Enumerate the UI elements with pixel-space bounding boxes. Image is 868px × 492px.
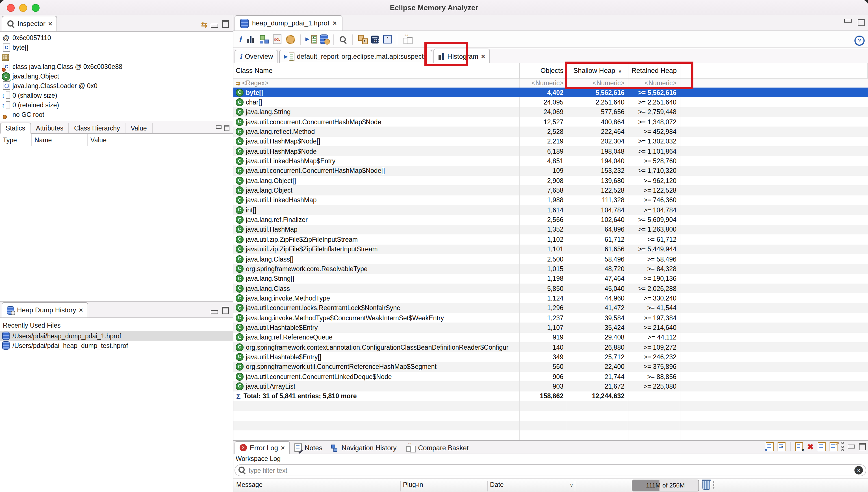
- column-date[interactable]: Date: [490, 481, 504, 488]
- close-icon[interactable]: [281, 444, 285, 451]
- histogram-row[interactable]: java.lang.reflect.Method2,528222,464>= 4…: [233, 127, 868, 137]
- dominator-tree-icon[interactable]: [260, 35, 269, 44]
- clear-filter-icon[interactable]: [854, 466, 863, 474]
- histogram-row[interactable]: java.lang.Class[]2,50058,496>= 58,496: [233, 254, 868, 264]
- inspector-item[interactable]: java.lang.Object: [0, 71, 233, 81]
- histogram-row[interactable]: java.util.zip.ZipFile$ZipFileInputStream…: [233, 235, 868, 244]
- open-log-icon[interactable]: [818, 442, 826, 451]
- run-garbage-collector-icon[interactable]: [702, 481, 710, 490]
- histogram-row[interactable]: org.springframework.context.annotation.C…: [233, 342, 868, 352]
- histogram-row[interactable]: java.util.zip.ZipFile$ZipFileInflaterInp…: [233, 244, 868, 254]
- heap-status-widget[interactable]: 111M of 256M: [632, 479, 699, 491]
- histogram-row[interactable]: java.util.HashMap1,35264,896>= 1,263,800: [233, 225, 868, 235]
- tab-attributes[interactable]: Attributes: [31, 123, 69, 133]
- tab-navigation-history[interactable]: Navigation History: [327, 442, 401, 453]
- column-type[interactable]: Type: [0, 134, 32, 146]
- minimize-icon[interactable]: [844, 19, 852, 23]
- help-button[interactable]: [854, 34, 865, 46]
- run-expert-report-icon[interactable]: [306, 35, 316, 44]
- export-log-icon[interactable]: [829, 442, 838, 451]
- tab-default-report[interactable]: default_report org.eclipse.mat.api:suspe…: [279, 50, 432, 63]
- histogram-row[interactable]: java.util.ArrayList90321,672>= 225,080: [233, 382, 868, 391]
- acquire-heap-dump-icon[interactable]: [320, 34, 329, 44]
- close-icon[interactable]: [333, 19, 337, 27]
- tab-compare-basket[interactable]: Compare Basket: [401, 442, 473, 453]
- maximize-icon[interactable]: [222, 307, 229, 314]
- tab-histogram[interactable]: Histogram: [433, 49, 490, 64]
- histogram-row[interactable]: java.lang.invoke.MethodType1,12444,960>=…: [233, 293, 868, 303]
- column-objects[interactable]: Objects: [520, 63, 568, 78]
- recent-file-item[interactable]: /Users/pdai/pdai_heap_dump_test.hprof: [0, 341, 233, 350]
- histogram-row[interactable]: java.util.LinkedHashMap$Entry4,851194,04…: [233, 156, 868, 166]
- column-retained-heap[interactable]: Retained Heap: [628, 63, 680, 78]
- calculate-retained-size-icon[interactable]: [371, 35, 379, 43]
- histogram-row[interactable]: org.springframework.util.ConcurrentRefer…: [233, 362, 868, 372]
- column-plugin[interactable]: Plug-in: [403, 481, 423, 488]
- oql-icon[interactable]: [273, 34, 282, 44]
- view-menu-icon[interactable]: [841, 442, 844, 451]
- inspector-item[interactable]: 0 (shallow size): [0, 91, 233, 100]
- close-icon[interactable]: [48, 20, 52, 28]
- tab-class-hierarchy[interactable]: Class Hierarchy: [69, 123, 125, 133]
- histogram-row[interactable]: java.util.Hashtable$Entry[]34925,712>= 2…: [233, 352, 868, 362]
- link-with-editor-icon[interactable]: [201, 20, 208, 29]
- histogram-row[interactable]: java.util.concurrent.ConcurrentHashMap$N…: [233, 117, 868, 127]
- column-name[interactable]: Name: [32, 134, 88, 146]
- tab-overview[interactable]: Overview: [235, 50, 278, 63]
- inspector-item[interactable]: 0x6c0057110: [0, 33, 233, 43]
- column-shallow-heap[interactable]: Shallow Heap: [568, 63, 628, 78]
- histogram-row[interactable]: int[]1,614104,784>= 104,784: [233, 205, 868, 215]
- minimize-icon[interactable]: [211, 310, 218, 314]
- histogram-row[interactable]: java.lang.ref.Finalizer2,566102,640>= 5,…: [233, 215, 868, 225]
- inspector-item[interactable]: java.lang.ClassLoader @ 0x0: [0, 81, 233, 91]
- column-value[interactable]: Value: [88, 134, 233, 146]
- inspector-item[interactable]: byte[]: [0, 43, 233, 52]
- group-by-package-icon[interactable]: [358, 35, 367, 44]
- heap-dump-history-view-tab[interactable]: Heap Dump History: [2, 302, 88, 317]
- clear-log-icon[interactable]: [795, 442, 803, 451]
- histogram-icon[interactable]: [246, 35, 255, 43]
- tab-statics[interactable]: Statics: [0, 123, 31, 134]
- histogram-row[interactable]: java.util.concurrent.ConcurrentLinkedDeq…: [233, 372, 868, 382]
- import-log-icon[interactable]: [766, 442, 774, 451]
- minimize-icon[interactable]: [848, 445, 855, 448]
- tab-error-log[interactable]: Error Log: [235, 441, 290, 454]
- histogram-row[interactable]: java.lang.Class5,85045,040>= 2,026,288: [233, 284, 868, 293]
- filter-input[interactable]: [235, 464, 866, 476]
- delete-log-icon[interactable]: [807, 442, 814, 451]
- histogram-row[interactable]: java.util.concurrent.locks.ReentrantLock…: [233, 303, 868, 313]
- histogram-row[interactable]: java.lang.Object7,658122,528>= 122,528: [233, 186, 868, 195]
- histogram-row[interactable]: java.lang.invoke.MethodType$ConcurrentWe…: [233, 313, 868, 323]
- overview-info-icon[interactable]: [239, 35, 242, 44]
- column-message[interactable]: Message: [236, 481, 263, 488]
- histogram-row[interactable]: java.util.LinkedHashMap1,988111,328>= 74…: [233, 195, 868, 205]
- tab-value[interactable]: Value: [126, 123, 152, 133]
- histogram-row[interactable]: java.util.HashMap$Node[]2,219202,304>= 1…: [233, 137, 868, 146]
- histogram-row[interactable]: java.lang.ref.ReferenceQueue91929,408>= …: [233, 333, 868, 342]
- maximize-icon[interactable]: [222, 20, 229, 28]
- histogram-row[interactable]: byte[]4,4025,562,616>= 5,562,616: [233, 88, 868, 97]
- maximize-icon[interactable]: [858, 19, 865, 26]
- close-icon[interactable]: [79, 306, 83, 314]
- inspector-item[interactable]: no GC root: [0, 109, 233, 119]
- histogram-row[interactable]: java.util.concurrent.ConcurrentHashMap$N…: [233, 166, 868, 176]
- recent-file-item[interactable]: /Users/pdai/heap_dump_pdai_1.hprof: [0, 331, 233, 341]
- filter-row[interactable]: <Regex> <Numeric> <Numeric> <Numeric>: [233, 78, 868, 88]
- export-icon[interactable]: [383, 35, 392, 44]
- histogram-row[interactable]: java.lang.String[]1,19847,464>= 190,136: [233, 274, 868, 284]
- tab-notes[interactable]: Notes: [290, 442, 327, 453]
- compare-icon[interactable]: [403, 35, 412, 44]
- histogram-row[interactable]: java.util.Hashtable$Entry1,10735,424>= 2…: [233, 323, 868, 333]
- histogram-row[interactable]: java.lang.String24,069577,656>= 2,759,44…: [233, 107, 868, 117]
- inspector-item[interactable]: [0, 52, 233, 62]
- inspector-item[interactable]: 0 (retained size): [0, 100, 233, 109]
- inspector-item[interactable]: class java.lang.Class @ 0x6c0030e88: [0, 62, 233, 71]
- histogram-row[interactable]: java.lang.Object[]2,908139,680>= 962,120: [233, 176, 868, 186]
- thread-overview-icon[interactable]: [286, 35, 295, 44]
- minimize-icon[interactable]: [216, 125, 221, 129]
- open-log-dropdown-icon[interactable]: [778, 442, 786, 451]
- minimize-icon[interactable]: [211, 24, 218, 28]
- histogram-row[interactable]: char[]24,0952,251,640>= 2,251,640: [233, 97, 868, 107]
- editor-tab-heap-dump[interactable]: heap_dump_pdai_1.hprof: [235, 15, 342, 30]
- maximize-icon[interactable]: [859, 443, 866, 450]
